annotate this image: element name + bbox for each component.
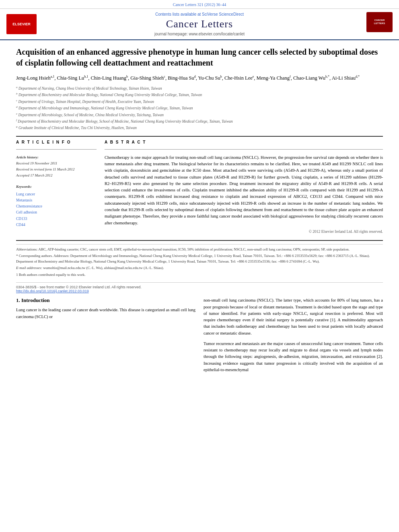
sciverse-link[interactable]: Contents lists available at SciVerse Sci… xyxy=(155,12,244,16)
intro-paragraph-3: Tumor recurrence and metastasis are the … xyxy=(204,341,383,373)
divider-body xyxy=(16,240,383,241)
equal-contribution-note: 1 Both authors contributed equally to th… xyxy=(16,272,383,278)
elsevier-logo-container: ELSEVIER xyxy=(6,12,39,36)
journal-title-section: Contents lists available at SciVerse Sci… xyxy=(43,12,356,36)
intro-heading: 1. Introduction xyxy=(16,297,195,304)
divider-abstract xyxy=(105,149,383,150)
body-col-right: non-small cell lung carcinoma (NSCLC). T… xyxy=(204,297,383,377)
journal-reference-bar: Cancer Letters 321 (2012) 36–44 xyxy=(0,0,399,9)
history-label: Article history: xyxy=(16,155,39,159)
article-info-column: A R T I C L E I N F O Article history: R… xyxy=(16,140,97,234)
keywords-label: Keywords: xyxy=(16,185,32,189)
intro-paragraph-1: Lung cancer is the leading cause of canc… xyxy=(16,307,195,320)
article-title: Acquisition of an enhanced aggressive ph… xyxy=(16,47,383,68)
journal-homepage: journal homepage: www.elsevier.com/locat… xyxy=(154,32,245,36)
abstract-text: Chemotherapy is one major approach for t… xyxy=(105,154,383,226)
abbreviations-note: Abbreviations: ABC, ATP-binding cassette… xyxy=(16,247,383,253)
email-note: E-mail addresses: wumoltio@mail.ncku.edu… xyxy=(16,265,383,271)
page: Cancer Letters 321 (2012) 36–44 ELSEVIER… xyxy=(0,0,399,385)
footnotes-section: Abbreviations: ABC, ATP-binding cassette… xyxy=(16,244,383,278)
cancer-letters-logo-container: CANCERLETTERS xyxy=(360,12,393,36)
abstract-column: A B S T R A C T Chemotherapy is one majo… xyxy=(105,140,383,234)
journal-ref-text: Cancer Letters 321 (2012) 36–44 xyxy=(173,2,226,7)
keyword-chemoresistance: Chemoresistance xyxy=(16,203,97,210)
keyword-cd133: CD133 xyxy=(16,216,97,222)
doi-link[interactable]: http://dx.doi.org/10.1016/j.canlet.2012.… xyxy=(16,289,89,293)
abstract-heading: A B S T R A C T xyxy=(105,140,383,144)
keyword-lung-cancer: Lung cancer xyxy=(16,191,97,197)
corresponding-authors-note: * Corresponding authors. Addresses: Depa… xyxy=(16,253,383,264)
main-content: Acquisition of an enhanced aggressive ph… xyxy=(0,40,399,385)
bottom-info: 0304-3835/$ - see front matter © 2012 El… xyxy=(16,282,383,293)
keywords-section: Keywords: Lung cancer Metastasis Chemore… xyxy=(16,184,97,228)
keyword-metastasis: Metastasis xyxy=(16,197,97,203)
keyword-cell-adhesion: Cell adhesion xyxy=(16,210,97,216)
divider-top xyxy=(16,136,383,137)
journal-header: ELSEVIER Contents lists available at Sci… xyxy=(0,9,399,40)
accepted-date: Accepted 17 March 2012 xyxy=(16,173,52,177)
article-info-heading: A R T I C L E I N F O xyxy=(16,140,97,144)
journal-title: Cancer Letters xyxy=(166,18,233,30)
article-history: Article history: Received 19 November 20… xyxy=(16,154,97,179)
copyright-line: © 2012 Elsevier Ireland Ltd. All rights … xyxy=(105,230,383,234)
body-section: 1. Introduction Lung cancer is the leadi… xyxy=(16,297,383,377)
affiliations: a Department of Nursing, Chang Hwa Unive… xyxy=(16,85,383,131)
authors: Jeng-Long Hsieha,1, Chia-Sing Lub,1, Chi… xyxy=(16,74,383,82)
intro-paragraph-2: non-small cell lung carcinoma (NSCLC). T… xyxy=(204,297,383,337)
cancer-letters-logo: CANCERLETTERS xyxy=(366,12,393,32)
revised-date: Received in revised form 11 March 2012 xyxy=(16,167,75,171)
body-col-left: 1. Introduction Lung cancer is the leadi… xyxy=(16,297,195,377)
divider-article-info xyxy=(16,149,97,150)
issn-text: 0304-3835/$ - see front matter © 2012 El… xyxy=(16,285,142,289)
received-date: Received 19 November 2011 xyxy=(16,161,58,165)
article-info-abstract-section: A R T I C L E I N F O Article history: R… xyxy=(16,140,383,234)
keyword-cd44: CD44 xyxy=(16,222,97,228)
elsevier-logo: ELSEVIER xyxy=(6,14,37,34)
